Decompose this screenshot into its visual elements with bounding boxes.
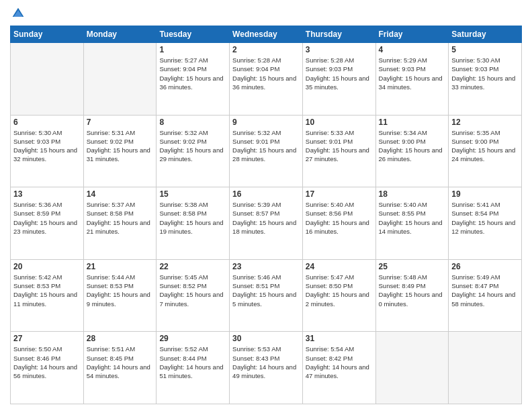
calendar-cell: 29Sunrise: 5:52 AM Sunset: 8:44 PM Dayli… [157,332,230,404]
day-info: Sunrise: 5:40 AM Sunset: 8:56 PM Dayligh… [306,200,373,236]
day-number: 5 [451,45,519,54]
calendar-cell: 2Sunrise: 5:28 AM Sunset: 9:04 PM Daylig… [230,43,303,116]
day-number: 23 [232,262,300,271]
day-info: Sunrise: 5:50 AM Sunset: 8:46 PM Dayligh… [13,345,81,380]
weekday-header-monday: Monday [83,26,157,43]
calendar-cell: 1Sunrise: 5:27 AM Sunset: 9:04 PM Daylig… [157,43,230,116]
calendar-cell: 16Sunrise: 5:39 AM Sunset: 8:57 PM Dayli… [230,187,303,260]
day-info: Sunrise: 5:28 AM Sunset: 9:04 PM Dayligh… [232,56,300,91]
day-number: 7 [87,118,154,127]
day-number: 19 [451,189,519,199]
day-info: Sunrise: 5:48 AM Sunset: 8:49 PM Dayligh… [379,273,446,308]
calendar-week-1: 1Sunrise: 5:27 AM Sunset: 9:04 PM Daylig… [11,43,522,116]
weekday-header-friday: Friday [375,26,449,43]
day-info: Sunrise: 5:31 AM Sunset: 9:02 PM Dayligh… [87,128,154,164]
weekday-header-saturday: Saturday [449,26,522,43]
weekday-header-tuesday: Tuesday [157,26,230,43]
day-info: Sunrise: 5:46 AM Sunset: 8:51 PM Dayligh… [232,273,300,308]
calendar-cell: 5Sunrise: 5:30 AM Sunset: 9:03 PM Daylig… [449,43,522,116]
day-info: Sunrise: 5:54 AM Sunset: 8:42 PM Dayligh… [306,345,373,380]
calendar-cell: 23Sunrise: 5:46 AM Sunset: 8:51 PM Dayli… [230,259,303,332]
day-number: 14 [87,189,154,199]
day-info: Sunrise: 5:47 AM Sunset: 8:50 PM Dayligh… [306,273,373,308]
calendar-cell: 21Sunrise: 5:44 AM Sunset: 8:53 PM Dayli… [83,259,157,332]
day-number: 24 [306,262,373,271]
calendar-cell [449,332,522,404]
calendar-cell: 3Sunrise: 5:28 AM Sunset: 9:03 PM Daylig… [302,43,375,116]
calendar-cell [83,43,157,116]
weekday-header-wednesday: Wednesday [230,26,303,43]
day-number: 18 [379,189,446,199]
day-number: 21 [87,262,154,271]
day-info: Sunrise: 5:30 AM Sunset: 9:03 PM Dayligh… [451,56,519,91]
day-info: Sunrise: 5:33 AM Sunset: 9:01 PM Dayligh… [306,128,373,164]
header [10,7,522,20]
calendar-cell: 14Sunrise: 5:37 AM Sunset: 8:58 PM Dayli… [83,187,157,260]
calendar-cell: 24Sunrise: 5:47 AM Sunset: 8:50 PM Dayli… [302,259,375,332]
day-number: 4 [379,45,446,54]
calendar-cell: 31Sunrise: 5:54 AM Sunset: 8:42 PM Dayli… [302,332,375,404]
calendar-week-2: 6Sunrise: 5:30 AM Sunset: 9:03 PM Daylig… [11,115,522,187]
day-info: Sunrise: 5:32 AM Sunset: 9:01 PM Dayligh… [232,128,300,164]
day-info: Sunrise: 5:27 AM Sunset: 9:04 PM Dayligh… [159,56,226,91]
calendar-cell: 12Sunrise: 5:35 AM Sunset: 9:00 PM Dayli… [449,115,522,187]
calendar-cell: 22Sunrise: 5:45 AM Sunset: 8:52 PM Dayli… [157,259,230,332]
day-info: Sunrise: 5:29 AM Sunset: 9:03 PM Dayligh… [379,56,446,91]
day-number: 20 [13,262,81,271]
calendar-cell: 25Sunrise: 5:48 AM Sunset: 8:49 PM Dayli… [375,259,449,332]
day-info: Sunrise: 5:35 AM Sunset: 9:00 PM Dayligh… [451,128,519,164]
calendar-cell: 6Sunrise: 5:30 AM Sunset: 9:03 PM Daylig… [11,115,84,187]
day-info: Sunrise: 5:39 AM Sunset: 8:57 PM Dayligh… [232,200,300,236]
day-info: Sunrise: 5:42 AM Sunset: 8:53 PM Dayligh… [13,273,81,308]
calendar-cell: 4Sunrise: 5:29 AM Sunset: 9:03 PM Daylig… [375,43,449,116]
day-number: 3 [306,45,373,54]
day-number: 28 [87,334,154,343]
calendar-cell [375,332,449,404]
calendar-cell: 11Sunrise: 5:34 AM Sunset: 9:00 PM Dayli… [375,115,449,187]
day-number: 17 [306,189,373,199]
calendar-cell: 30Sunrise: 5:53 AM Sunset: 8:43 PM Dayli… [230,332,303,404]
day-info: Sunrise: 5:45 AM Sunset: 8:52 PM Dayligh… [159,273,226,308]
calendar-cell: 10Sunrise: 5:33 AM Sunset: 9:01 PM Dayli… [302,115,375,187]
day-info: Sunrise: 5:38 AM Sunset: 8:58 PM Dayligh… [159,200,226,236]
day-number: 6 [13,118,81,127]
day-info: Sunrise: 5:37 AM Sunset: 8:58 PM Dayligh… [87,200,154,236]
day-info: Sunrise: 5:51 AM Sunset: 8:45 PM Dayligh… [87,345,154,380]
calendar-week-5: 27Sunrise: 5:50 AM Sunset: 8:46 PM Dayli… [11,332,522,404]
day-info: Sunrise: 5:30 AM Sunset: 9:03 PM Dayligh… [13,128,81,164]
day-number: 13 [13,189,81,199]
day-info: Sunrise: 5:41 AM Sunset: 8:54 PM Dayligh… [451,200,519,236]
weekday-header-thursday: Thursday [302,26,375,43]
day-number: 22 [159,262,226,271]
day-number: 16 [232,189,300,199]
day-info: Sunrise: 5:40 AM Sunset: 8:55 PM Dayligh… [379,200,446,236]
calendar-cell: 19Sunrise: 5:41 AM Sunset: 8:54 PM Dayli… [449,187,522,260]
day-info: Sunrise: 5:32 AM Sunset: 9:02 PM Dayligh… [159,128,226,164]
calendar-cell: 20Sunrise: 5:42 AM Sunset: 8:53 PM Dayli… [11,259,84,332]
calendar-cell: 18Sunrise: 5:40 AM Sunset: 8:55 PM Dayli… [375,187,449,260]
day-info: Sunrise: 5:53 AM Sunset: 8:43 PM Dayligh… [232,345,300,380]
day-number: 11 [379,118,446,127]
day-number: 29 [159,334,226,343]
day-info: Sunrise: 5:36 AM Sunset: 8:59 PM Dayligh… [13,200,81,236]
day-number: 15 [159,189,226,199]
day-number: 27 [13,334,81,343]
day-info: Sunrise: 5:52 AM Sunset: 8:44 PM Dayligh… [159,345,226,380]
day-info: Sunrise: 5:49 AM Sunset: 8:47 PM Dayligh… [451,273,519,308]
day-number: 9 [232,118,300,127]
calendar-cell: 27Sunrise: 5:50 AM Sunset: 8:46 PM Dayli… [11,332,84,404]
calendar-cell: 13Sunrise: 5:36 AM Sunset: 8:59 PM Dayli… [11,187,84,260]
calendar-cell [11,43,84,116]
logo [10,7,25,20]
day-number: 30 [232,334,300,343]
day-number: 1 [159,45,226,54]
calendar: SundayMondayTuesdayWednesdayThursdayFrid… [10,26,522,404]
day-number: 26 [451,262,519,271]
calendar-cell: 9Sunrise: 5:32 AM Sunset: 9:01 PM Daylig… [230,115,303,187]
day-info: Sunrise: 5:28 AM Sunset: 9:03 PM Dayligh… [306,56,373,91]
day-number: 8 [159,118,226,127]
day-number: 12 [451,118,519,127]
calendar-cell: 28Sunrise: 5:51 AM Sunset: 8:45 PM Dayli… [83,332,157,404]
calendar-header-row: SundayMondayTuesdayWednesdayThursdayFrid… [11,26,522,43]
day-info: Sunrise: 5:34 AM Sunset: 9:00 PM Dayligh… [379,128,446,164]
